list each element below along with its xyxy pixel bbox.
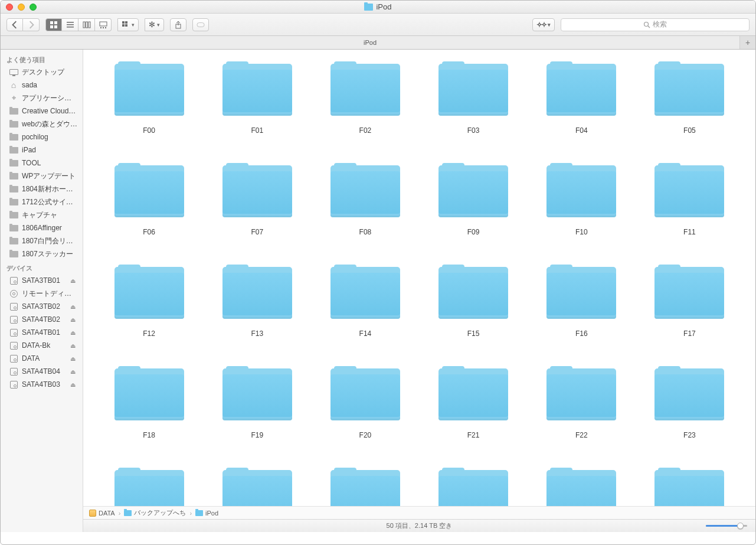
sidebar-item[interactable]: 1804新村ホーム…	[1, 182, 83, 195]
folder-item[interactable]: F13	[209, 265, 305, 338]
svg-rect-10	[100, 22, 107, 26]
breadcrumb-item[interactable]: DATA	[89, 510, 115, 517]
sidebar-item[interactable]: WPアップデート	[1, 169, 83, 182]
list-view-button[interactable]	[62, 18, 78, 31]
sidebar-item[interactable]: SATA4TB01⏏	[1, 326, 83, 339]
eject-icon[interactable]: ⏏	[70, 303, 78, 310]
column-view-button[interactable]	[78, 18, 95, 31]
folder-item[interactable]: F18	[101, 366, 197, 439]
sidebar-item[interactable]: webの森とダウン…	[1, 118, 83, 130]
zoom-slider[interactable]	[706, 525, 747, 527]
folder-item[interactable]: F14	[317, 265, 413, 338]
view-buttons	[45, 18, 112, 31]
folder-label: F09	[467, 228, 480, 236]
folder-label: F00	[143, 126, 155, 135]
folder-item[interactable]: F05	[642, 61, 738, 135]
folder-item[interactable]: F09	[426, 163, 522, 236]
folder-item[interactable]: F02	[317, 61, 413, 135]
folder-item[interactable]: F03	[426, 61, 522, 135]
sidebar-item[interactable]: 1712公式サイト…	[1, 195, 83, 208]
eject-icon[interactable]: ⏏	[70, 278, 78, 284]
folder-label: F10	[575, 228, 588, 236]
folder-item[interactable]: F28	[534, 468, 630, 506]
eject-icon[interactable]: ⏏	[70, 355, 78, 362]
sidebar-item[interactable]: DATA-Bk⏏	[1, 339, 83, 352]
sidebar-item[interactable]: SATA4TB04⏏	[1, 365, 83, 378]
zoom-knob[interactable]	[737, 523, 744, 529]
search-input[interactable]: 検索	[561, 18, 750, 31]
new-tab-button[interactable]: +	[740, 36, 755, 49]
folder-icon	[546, 265, 616, 319]
folder-icon	[654, 163, 724, 217]
folder-icon	[438, 265, 508, 319]
folder-item[interactable]: F11	[642, 163, 738, 236]
folder-item[interactable]: F04	[534, 61, 630, 135]
sidebar-item[interactable]: ⌂sada	[1, 79, 83, 92]
sidebar-item[interactable]: TOOL	[1, 156, 83, 169]
folder-item[interactable]: F17	[642, 265, 738, 338]
folder-item[interactable]: F21	[426, 366, 522, 439]
folder-item[interactable]: F26	[317, 468, 413, 506]
minimize-button[interactable]	[18, 4, 25, 11]
sidebar-item-label: pochilog	[22, 133, 78, 141]
eject-icon[interactable]: ⏏	[70, 316, 78, 323]
sidebar-item[interactable]: Creative Cloud…	[1, 105, 83, 118]
folder-item[interactable]: F15	[426, 265, 522, 338]
folder-item[interactable]: F20	[317, 366, 413, 439]
gallery-view-button[interactable]	[95, 18, 112, 31]
back-button[interactable]	[6, 18, 23, 31]
eject-icon[interactable]: ⏏	[70, 329, 78, 336]
eject-icon[interactable]: ⏏	[70, 381, 78, 388]
folder-icon	[438, 61, 508, 116]
arrange-button[interactable]: ▾	[117, 18, 139, 31]
folder-item[interactable]: F22	[534, 366, 630, 439]
tags-button[interactable]	[192, 18, 209, 31]
folder-item[interactable]: F24	[101, 468, 197, 506]
sidebar-item[interactable]: pochilog	[1, 130, 83, 143]
maximize-button[interactable]	[30, 4, 37, 11]
folder-item[interactable]: F06	[101, 163, 197, 236]
sidebar-item-label: 1804新村ホーム…	[22, 184, 78, 194]
folder-item[interactable]: F25	[209, 468, 305, 506]
folder-item[interactable]: F01	[209, 61, 305, 135]
folder-item[interactable]: F16	[534, 265, 630, 338]
eject-icon[interactable]: ⏏	[70, 368, 78, 375]
forward-button[interactable]	[23, 18, 40, 31]
eject-icon[interactable]: ⏏	[70, 342, 78, 349]
sidebar-item[interactable]: リモートディスク	[1, 287, 83, 300]
tab-ipod[interactable]: iPod	[1, 36, 740, 49]
folder-item[interactable]: F23	[642, 366, 738, 439]
folder-item[interactable]: F10	[534, 163, 630, 236]
folder-icon	[114, 61, 184, 116]
sidebar-item[interactable]: デスクトップ	[1, 66, 83, 79]
sidebar-item[interactable]: SATA3TB02⏏	[1, 300, 83, 313]
share-button[interactable]	[170, 18, 186, 31]
breadcrumb-item[interactable]: バックアップへち	[124, 508, 186, 517]
status-bar: 50 項目、2.14 TB 空き	[83, 519, 755, 532]
sidebar-item[interactable]: SATA4TB03⏏	[1, 378, 83, 391]
sidebar-item[interactable]: 1807白門会リニ…	[1, 234, 83, 247]
sidebar-item[interactable]: DATA⏏	[1, 352, 83, 365]
sidebar-item[interactable]: ⌖アプリケーション	[1, 92, 83, 105]
breadcrumb-item[interactable]: iPod	[195, 510, 218, 517]
folder-item[interactable]: F29	[642, 468, 738, 506]
close-button[interactable]	[6, 4, 13, 11]
sidebar-item[interactable]: 1806Affinger	[1, 221, 83, 234]
folder-item[interactable]: F12	[101, 265, 197, 338]
folder-item[interactable]: F08	[317, 163, 413, 236]
sidebar-item[interactable]: キャプチャ	[1, 208, 83, 221]
folder-item[interactable]: F19	[209, 366, 305, 439]
folder-grid-scroll[interactable]: F00F01F02F03F04F05F06F07F08F09F10F11F12F…	[83, 50, 755, 506]
folder-item[interactable]: F27	[426, 468, 522, 506]
action-button[interactable]: ✻ ▾	[145, 18, 164, 31]
icon-view-button[interactable]	[45, 18, 62, 31]
folder-item[interactable]: F00	[101, 61, 197, 135]
sidebar-item[interactable]: SATA3TB01⏏	[1, 274, 83, 287]
folder-label: F14	[359, 329, 372, 338]
dropbox-button[interactable]: ✧✧ ▾	[532, 18, 555, 31]
sidebar-item[interactable]: SATA4TB02⏏	[1, 313, 83, 326]
sidebar-item[interactable]: 1807ステッカー	[1, 247, 83, 260]
folder-item[interactable]: F07	[209, 163, 305, 236]
tag-icon	[197, 21, 205, 29]
sidebar-item[interactable]: iPad	[1, 143, 83, 156]
